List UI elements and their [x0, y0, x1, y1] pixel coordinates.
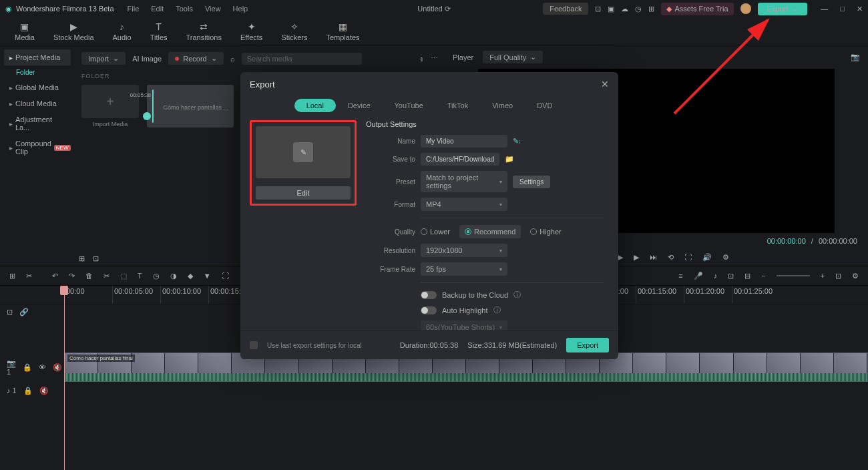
menu-edit[interactable]: Edit: [151, 5, 164, 13]
snap-icon[interactable]: ⊟: [744, 272, 750, 280]
close-dialog-icon[interactable]: ✕: [601, 79, 609, 89]
preset-settings-button[interactable]: Settings: [513, 176, 550, 188]
minimize-icon[interactable]: —: [821, 5, 828, 13]
tab-stickers[interactable]: ✧Stickers: [272, 19, 316, 44]
lock-icon[interactable]: 🔒: [23, 363, 32, 372]
link-icon[interactable]: ⊡: [7, 308, 13, 316]
close-window-icon[interactable]: ✕: [857, 5, 863, 13]
quality-higher-radio[interactable]: Higher: [530, 225, 561, 238]
export-tab-vimeo[interactable]: Vimeo: [480, 99, 525, 112]
sidebar-compound-clip[interactable]: ▸ Compound Clip NEW: [4, 136, 71, 160]
sidebar-global-media[interactable]: ▸ Global Media: [4, 79, 71, 95]
chain-icon[interactable]: 🔗: [19, 308, 29, 316]
info-icon[interactable]: ⓘ: [493, 305, 501, 315]
timeline-settings-icon[interactable]: ⚙: [852, 272, 859, 280]
cloud-icon[interactable]: ☁: [621, 5, 628, 13]
auto-highlight-toggle[interactable]: [421, 306, 437, 314]
select-tool-icon[interactable]: ⊞: [9, 272, 15, 280]
info-icon[interactable]: ⓘ: [513, 290, 521, 300]
new-folder-icon[interactable]: ⊞: [79, 254, 85, 263]
split-icon[interactable]: ✂: [103, 272, 110, 280]
text-icon[interactable]: T: [138, 272, 142, 280]
tab-templates[interactable]: ▦Templates: [316, 19, 369, 44]
apps-icon[interactable]: ⊞: [648, 5, 654, 13]
record-icon[interactable]: ▣: [608, 5, 614, 13]
edit-preview-button[interactable]: Edit: [256, 186, 351, 200]
name-input[interactable]: [421, 135, 507, 148]
preset-select[interactable]: Match to project settings▾: [421, 171, 507, 192]
expand-icon[interactable]: ⛶: [222, 272, 229, 280]
more-icon[interactable]: ⋯: [431, 54, 438, 63]
format-select[interactable]: MP4▾: [421, 198, 507, 211]
tab-titles[interactable]: TTitles: [141, 19, 177, 44]
mute-track-icon[interactable]: 🔇: [39, 387, 49, 395]
fullscreen-icon[interactable]: ⛶: [684, 253, 692, 262]
menu-view[interactable]: View: [205, 5, 221, 13]
snapshot-icon[interactable]: 📷: [851, 53, 860, 61]
zoom-out-icon[interactable]: −: [761, 272, 765, 280]
audio-track-1[interactable]: ♪ 1🔒🔇: [0, 383, 868, 398]
export-tab-device[interactable]: Device: [336, 99, 383, 112]
assets-button[interactable]: ◆Assets Free Tria: [661, 3, 733, 15]
sidebar-folder[interactable]: Folder: [4, 65, 71, 79]
tab-audio[interactable]: ♪Audio: [103, 19, 141, 44]
export-tab-youtube[interactable]: YouTube: [383, 99, 435, 112]
maximize-icon[interactable]: □: [840, 5, 845, 13]
tab-media[interactable]: ▣Media: [5, 19, 44, 44]
zoom-fit-icon[interactable]: ⊡: [835, 272, 841, 280]
color-icon[interactable]: ◑: [170, 272, 177, 280]
quality-dropdown[interactable]: Full Quality ⌄: [483, 51, 543, 63]
saveto-input[interactable]: [421, 153, 499, 166]
quality-recommend-radio[interactable]: Recommend: [459, 225, 521, 238]
feedback-button[interactable]: Feedback: [543, 3, 588, 15]
playhead[interactable]: [64, 286, 65, 470]
zoom-slider[interactable]: [777, 275, 810, 276]
use-last-checkbox[interactable]: [250, 341, 258, 349]
resolution-select[interactable]: 1920x1080▾: [421, 244, 507, 257]
ai-name-icon[interactable]: ✎ᵢ: [513, 137, 520, 146]
mute-track-icon[interactable]: 🔇: [53, 363, 62, 372]
export-tab-local[interactable]: Local: [294, 99, 336, 112]
speed-icon[interactable]: ◷: [153, 272, 160, 280]
sync-icon[interactable]: ⟳: [445, 5, 451, 13]
keyframe-icon[interactable]: ◆: [188, 272, 193, 280]
undo-icon[interactable]: ↶: [52, 272, 58, 280]
delete-icon[interactable]: 🗑: [85, 272, 93, 280]
voiceover-icon[interactable]: 🎤: [694, 272, 703, 280]
marker-icon[interactable]: ▼: [204, 272, 211, 280]
export-tab-dvd[interactable]: DVD: [525, 99, 564, 112]
render-icon[interactable]: ⊡: [728, 272, 734, 280]
redo-icon[interactable]: ↷: [69, 272, 75, 280]
visibility-icon[interactable]: 👁: [39, 363, 46, 371]
tab-effects[interactable]: ✦Effects: [231, 19, 272, 44]
new-bin-icon[interactable]: ⊡: [93, 254, 99, 263]
loop-icon[interactable]: ⟲: [668, 253, 674, 262]
mixer-icon[interactable]: ≡: [678, 272, 682, 280]
play-icon[interactable]: ▶: [618, 253, 623, 262]
avatar-icon[interactable]: [740, 3, 751, 14]
sidebar-adjustment-layer[interactable]: ▸ Adjustment La...: [4, 111, 71, 136]
export-tab-tiktok[interactable]: TikTok: [435, 99, 480, 112]
settings-icon[interactable]: ⚙: [722, 253, 729, 262]
record-dropdown[interactable]: Record ⌄: [168, 52, 223, 65]
ai-image-button[interactable]: AI Image: [132, 55, 162, 63]
filter-icon[interactable]: ⫾: [420, 55, 424, 63]
screenshot-icon[interactable]: ⊡: [595, 5, 601, 13]
cut-tool-icon[interactable]: ✂: [26, 272, 32, 280]
tab-stock-media[interactable]: ▶Stock Media: [44, 19, 103, 44]
import-dropdown[interactable]: Import ⌄: [81, 52, 126, 65]
crop-icon[interactable]: ⬚: [120, 272, 127, 280]
menu-help[interactable]: Help: [233, 5, 248, 13]
notification-icon[interactable]: ◷: [635, 5, 642, 13]
export-confirm-button[interactable]: Export: [566, 338, 609, 352]
lock-icon[interactable]: 🔒: [23, 387, 33, 395]
export-button-top[interactable]: Export⌄: [758, 3, 808, 15]
tab-transitions[interactable]: ⇄Transitions: [177, 19, 231, 44]
audio-tool-icon[interactable]: ♪: [714, 272, 718, 280]
quality-lower-radio[interactable]: Lower: [421, 225, 450, 238]
mute-icon[interactable]: 🔊: [702, 253, 712, 262]
next-frame-icon[interactable]: ⏭: [650, 253, 657, 262]
import-media-card[interactable]: + Import Media: [81, 85, 139, 128]
framerate-select[interactable]: 25 fps▾: [421, 262, 507, 276]
media-clip-card[interactable]: 00:05:38 Cómo hacer pantallas ...: [147, 85, 234, 128]
